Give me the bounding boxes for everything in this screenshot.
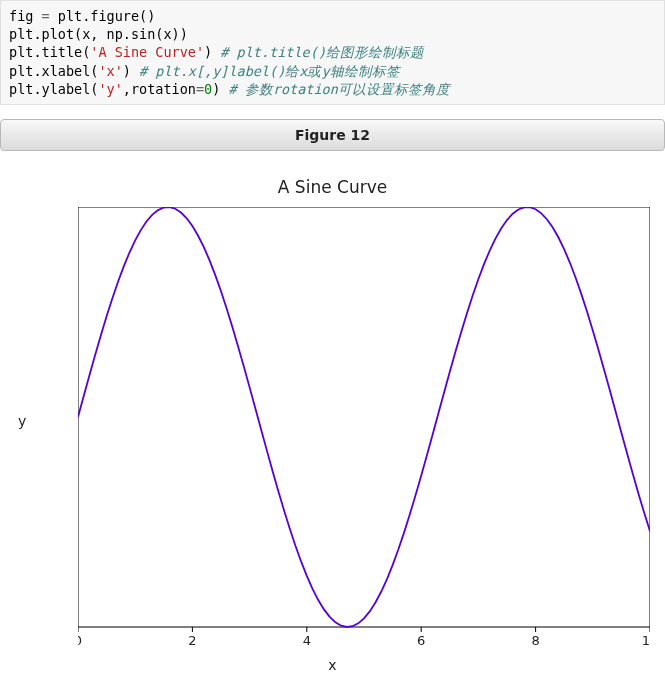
code-line-3: plt.title('A Sine Curve') # plt.title()给… [9, 44, 424, 60]
x-tick-label: 2 [188, 633, 196, 648]
figure-header-label: Figure 12 [295, 127, 370, 143]
series-line [78, 207, 650, 627]
x-tick-label: 10 [642, 633, 650, 648]
x-axis-label: x [0, 657, 665, 671]
code-line-2: plt.plot(x, np.sin(x)) [9, 26, 188, 42]
code-line-5: plt.ylabel('y',rotation=0) # 参数rotation可… [9, 81, 450, 97]
x-tick-label: 6 [417, 633, 425, 648]
x-tick-label: 0 [78, 633, 82, 648]
code-line-4: plt.xlabel('x') # plt.x[,y]label()给x或y轴绘… [9, 63, 400, 79]
chart-svg: 0246810−1.0−0.50.00.51.0 [78, 207, 650, 651]
svg-rect-0 [78, 207, 650, 627]
x-tick-label: 4 [303, 633, 311, 648]
x-tick-label: 8 [531, 633, 539, 648]
chart-title: A Sine Curve [0, 177, 665, 197]
code-line-1: fig = plt.figure() [9, 8, 155, 24]
plot-area: A Sine Curve y 0246810−1.0−0.50.00.51.0 … [0, 171, 665, 671]
figure-header: Figure 12 [0, 119, 665, 151]
code-cell: fig = plt.figure() plt.plot(x, np.sin(x)… [0, 0, 665, 105]
y-axis-label: y [18, 413, 26, 429]
